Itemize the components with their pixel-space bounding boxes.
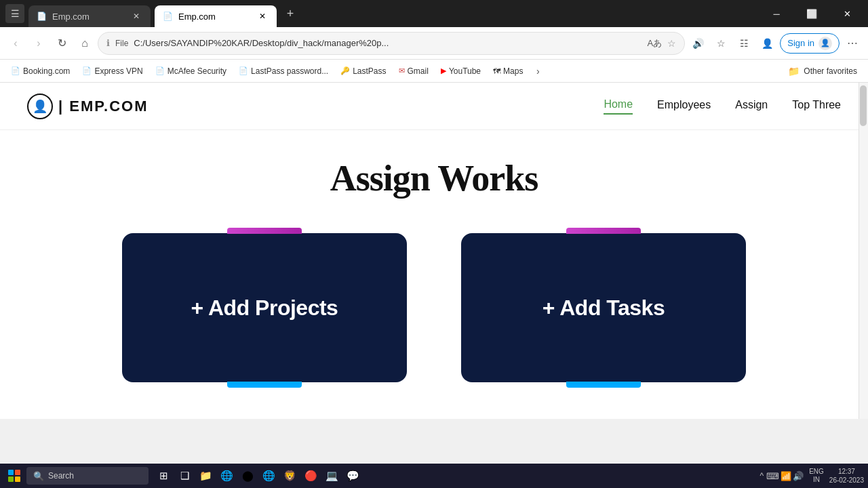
add-projects-label: + Add Projects (191, 296, 338, 321)
bookmarks-bar: 📄 Booking.com 📄 Express VPN 📄 McAfee Sec… (0, 60, 868, 83)
tab1-close-icon[interactable]: ✕ (130, 10, 142, 22)
sys-tray-expand[interactable]: ^ (760, 471, 764, 481)
network-icon[interactable]: 📶 (781, 471, 791, 481)
bookmark-lastpass[interactable]: 🔑 LastPass (335, 64, 391, 78)
other-favorites-label: Other favorites (804, 66, 857, 76)
taskbar-apps-group: ⊞ ❑ 📁 🌐 ⬤ 🌐 🦁 🔴 💻 💬 (153, 466, 363, 486)
bookmark-lastpass-pw[interactable]: 📄 LastPass password... (233, 64, 334, 78)
taskbar-search-icon: 🔍 (33, 471, 44, 481)
home-button[interactable]: ⌂ (75, 33, 95, 54)
gmail-favicon: ✉ (399, 66, 405, 75)
taskbar-app-brave[interactable]: 🦁 (279, 466, 300, 486)
website-area: 👤 | EMP.COM Home Employees Assign Top Th… (0, 83, 868, 419)
browser-profiles-icon[interactable]: 👤 (757, 33, 777, 54)
maps-label: Maps (503, 66, 523, 76)
taskbar-app-edge[interactable]: 🌐 (216, 466, 237, 486)
site-navbar: 👤 | EMP.COM Home Employees Assign Top Th… (0, 83, 868, 130)
taskbar-app-edge2[interactable]: 🌐 (258, 466, 279, 486)
scroll-thumb-right[interactable] (860, 85, 867, 126)
language-label: ENG (809, 468, 824, 476)
new-tab-button[interactable]: + (281, 4, 300, 23)
bookmark-booking[interactable]: 📄 Booking.com (5, 64, 75, 78)
datetime-block[interactable]: 12:37 26-02-2023 (829, 467, 864, 485)
expressvpn-favicon: 📄 (82, 66, 92, 75)
tab2-title: Emp.com (178, 12, 216, 22)
expressvpn-label: Express VPN (94, 66, 142, 76)
nav-link-assign[interactable]: Assign (735, 99, 768, 114)
maximize-button[interactable]: ⬜ (796, 3, 827, 24)
bookmark-youtube[interactable]: ▶ YouTube (435, 64, 486, 78)
bookmark-gmail[interactable]: ✉ Gmail (393, 64, 434, 78)
read-aloud-icon[interactable]: 🔊 (688, 33, 708, 54)
volume-icon[interactable]: 🔊 (793, 471, 804, 481)
reload-button[interactable]: ↻ (52, 33, 72, 54)
time-display: 12:37 (838, 467, 855, 476)
lastpass-pw-favicon: 📄 (239, 66, 248, 75)
collections-icon[interactable]: ☷ (734, 33, 754, 54)
taskbar-app-vscode[interactable]: 💻 (321, 466, 342, 486)
add-tasks-card[interactable]: + Add Tasks (461, 233, 746, 382)
card2-bottom-accent (566, 382, 641, 388)
nav-link-employees[interactable]: Employees (657, 99, 711, 114)
close-window-button[interactable]: ✕ (831, 3, 863, 24)
tab1-favicon: 📄 (37, 12, 47, 21)
minimize-button[interactable]: ─ (761, 3, 792, 24)
url-text: C:/Users/SAYANDIP%20KAR/Desktop/div_hack… (134, 38, 642, 48)
card1-top-accent (227, 228, 302, 234)
lastpass-pw-label: LastPass password... (251, 66, 328, 76)
sign-in-label: Sign in (787, 38, 814, 48)
more-options-button[interactable]: ⋯ (842, 33, 863, 54)
add-projects-card[interactable]: + Add Projects (122, 233, 407, 382)
bookmark-mcafee[interactable]: 📄 McAfee Security (150, 64, 232, 78)
page-title: Assign Works (330, 157, 538, 199)
taskbar-search[interactable]: 🔍 Search (26, 467, 149, 485)
maps-favicon: 🗺 (493, 67, 500, 75)
site-logo[interactable]: 👤 | EMP.COM (27, 94, 149, 119)
sign-in-button[interactable]: Sign in 👤 (780, 33, 840, 54)
taskbar-app-widgets[interactable]: ⊞ (153, 466, 174, 486)
sys-tray: ^ ⌨ 📶 🔊 ENG IN 12:37 26-02-2023 (760, 467, 864, 485)
lastpass-label: LastPass (353, 66, 386, 76)
tab2-favicon: 📄 (163, 12, 173, 21)
bookmark-expressvpn[interactable]: 📄 Express VPN (77, 64, 148, 78)
booking-label: Booking.com (23, 66, 70, 76)
taskbar-app-file-explorer[interactable]: 📁 (195, 466, 216, 486)
region-label: IN (813, 476, 820, 484)
add-tasks-label: + Add Tasks (542, 296, 665, 321)
card2-top-accent (566, 228, 641, 234)
scroll-track-right[interactable] (859, 83, 868, 419)
nav-link-topthree[interactable]: Top Three (792, 99, 841, 114)
taskbar-app-app1[interactable]: 🔴 (300, 466, 321, 486)
tab2-close-icon[interactable]: ✕ (256, 10, 269, 22)
tab1-title: Emp.com (52, 12, 90, 22)
logo-icon: 👤 (27, 94, 53, 119)
keyboard-icon[interactable]: ⌨ (766, 471, 779, 481)
taskbar-app-chrome[interactable]: ⬤ (237, 466, 258, 486)
taskbar-app-taskview[interactable]: ❑ (174, 466, 195, 486)
card1-bottom-accent (227, 382, 302, 388)
browser-tab-1[interactable]: 📄 Emp.com ✕ (28, 5, 151, 27)
more-bookmarks-button[interactable]: › (530, 63, 546, 79)
youtube-favicon: ▶ (441, 66, 446, 75)
taskbar-app-whatsapp[interactable]: 💬 (342, 466, 363, 486)
back-button[interactable]: ‹ (5, 33, 26, 54)
favorites-toolbar-icon[interactable]: ☆ (711, 33, 731, 54)
site-nav-links: Home Employees Assign Top Three (604, 98, 841, 115)
bookmark-maps[interactable]: 🗺 Maps (488, 64, 528, 78)
youtube-label: YouTube (449, 66, 481, 76)
mcafee-favicon: 📄 (155, 66, 165, 75)
sidebar-toggle-icon[interactable]: ☰ (5, 4, 24, 23)
date-display: 26-02-2023 (829, 476, 864, 485)
mcafee-label: McAfee Security (167, 66, 226, 76)
browser-tab-2[interactable]: 📄 Emp.com ✕ (155, 5, 277, 27)
other-favorites-button[interactable]: 📁 Other favorites (783, 64, 863, 79)
translate-icon[interactable]: Aあ (648, 37, 663, 49)
address-input[interactable]: ℹ File C:/Users/SAYANDIP%20KAR/Desktop/d… (98, 32, 685, 55)
forward-button[interactable]: › (28, 33, 49, 54)
favorites-icon[interactable]: ☆ (667, 38, 676, 49)
cards-row: + Add Projects + Add Tasks (14, 233, 854, 382)
language-block[interactable]: ENG IN (806, 468, 827, 484)
other-favorites-folder-icon: 📁 (788, 66, 800, 77)
nav-link-home[interactable]: Home (604, 98, 633, 115)
start-button[interactable] (4, 466, 24, 486)
